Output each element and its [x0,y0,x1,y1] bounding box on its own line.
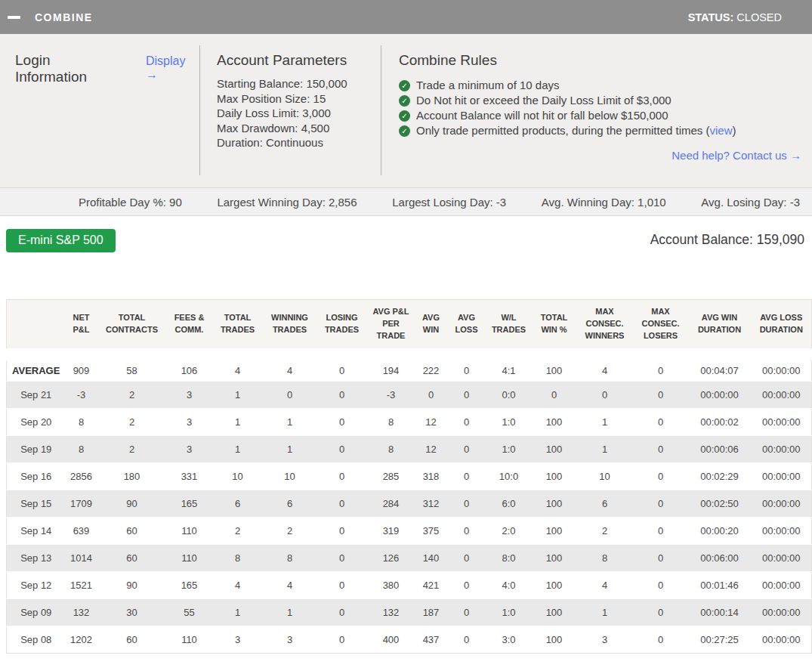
table-cell: 100 [533,572,576,599]
table-cell: 0 [634,626,688,654]
table-cell: 1709 [66,490,97,518]
table-cell: 00:00:00 [752,354,812,382]
table-cell: 90 [97,572,167,599]
table-cell: 8 [576,545,634,572]
collapse-icon[interactable] [8,16,20,19]
table-cell: 00:00:00 [752,572,812,599]
column-header: NET P&L [66,300,97,354]
table-cell: 2:0 [486,518,533,545]
account-parameters-section: Account Parameters Starting Balance: 150… [200,34,381,187]
account-summary-row: E-mini S&P 500 Account Balance: 159,090 [0,216,812,299]
daily-performance-table: NET P&LTOTAL CONTRACTSFEES & COMM.TOTAL … [6,299,812,654]
table-cell: 3 [167,409,212,436]
account-parameter: Max Drawdown: 4,500 [217,121,381,136]
table-cell: 285 [368,463,415,490]
table-cell: 6 [212,490,264,518]
table-cell: 0 [448,626,486,654]
table-cell: 0 [448,382,486,409]
table-cell: 10 [264,463,316,490]
table-cell: 0 [448,518,486,545]
display-link[interactable]: Display → [146,54,199,82]
column-header: W/L TRADES [486,300,533,354]
row-label: Sep 12 [7,572,66,599]
table-cell: 100 [533,463,576,490]
table-cell: 0 [634,572,688,599]
table-cell: 1521 [66,572,97,599]
contact-us-link[interactable]: Need help? Contact us → [672,149,801,162]
table-cell: 421 [415,572,448,599]
table-cell: 0 [415,382,448,409]
table-row: AVERAGE9095810644019422204:11004000:04:0… [7,354,812,382]
table-cell: 4:1 [486,354,533,382]
table-cell: 331 [167,463,212,490]
table-cell: 0 [634,518,688,545]
column-header: AVG WIN DURATION [688,300,752,354]
row-label: Sep 08 [7,626,66,654]
table-cell: 60 [97,545,167,572]
table-cell: 0 [448,490,486,518]
table-cell: 00:00:00 [752,463,812,490]
table-cell: 0 [576,382,634,409]
table-cell: 100 [533,436,576,463]
page-title: COMBINE [35,11,93,23]
table-cell: 0 [316,409,368,436]
table-cell: 3:0 [486,626,533,654]
view-link[interactable]: view [710,124,733,137]
rule-item: ✓Account Balance will not hit or fall be… [399,108,801,123]
table-cell: 30 [97,599,167,626]
table-cell: 00:00:02 [688,409,752,436]
column-header: AVG P&L PER TRADE [368,300,415,354]
table-cell: 6 [576,490,634,518]
table-cell: 0 [634,409,688,436]
table-cell: 1 [264,409,316,436]
row-label: Sep 14 [7,518,66,545]
table-cell: 2 [97,436,167,463]
table-cell: 100 [533,354,576,382]
combine-rules-section: Combine Rules ✓Trade a minimum of 10 day… [381,34,812,187]
table-cell: 639 [66,518,97,545]
table-cell: 00:00:14 [688,599,752,626]
table-cell: 126 [368,545,415,572]
account-parameters-title: Account Parameters [217,52,381,69]
stat-item: Largest Losing Day: -3 [392,196,506,209]
row-label: Sep 21 [7,382,66,409]
rule-item: ✓Only trade permitted products, during t… [399,123,801,138]
table-cell: 312 [415,490,448,518]
table-cell: 2 [576,518,634,545]
login-information-title: Login Information [15,52,123,85]
table-cell: 10 [212,463,264,490]
table-row: Sep 2082311081201:01001000:00:0200:00:00 [7,409,812,436]
column-header [7,300,66,354]
table-cell: 140 [415,545,448,572]
table-cell: 4 [264,572,316,599]
account-parameter: Daily Loss Limit: 3,000 [217,106,381,121]
table-cell: 194 [368,354,415,382]
account-parameter: Duration: Continuous [217,135,381,150]
status-badge: STATUS: CLOSED [688,11,782,23]
table-cell: 165 [167,490,212,518]
table-cell: 0 [634,490,688,518]
status-label: STATUS: [688,11,734,23]
table-cell: 12 [415,409,448,436]
product-button[interactable]: E-mini S&P 500 [6,229,116,252]
table-cell: 0 [448,599,486,626]
table-cell: 0 [316,490,368,518]
column-header: WINNING TRADES [264,300,316,354]
rule-text: Trade a minimum of 10 days [416,78,560,93]
table-cell: 1 [576,436,634,463]
table-cell: 222 [415,354,448,382]
table-cell: 100 [533,599,576,626]
table-cell: 375 [415,518,448,545]
table-cell: 00:02:50 [688,490,752,518]
table-cell: 106 [167,354,212,382]
table-row: Sep 1982311081201:01001000:00:0600:00:00 [7,436,812,463]
table-cell: 1 [212,382,264,409]
table-cell: 100 [533,490,576,518]
table-cell: 318 [415,463,448,490]
table-cell: 3 [167,436,212,463]
table-cell: 1 [212,599,264,626]
table-cell: 110 [167,545,212,572]
table-cell: 00:00:00 [752,599,812,626]
row-label: Sep 19 [7,436,66,463]
table-cell: 00:27:25 [688,626,752,654]
